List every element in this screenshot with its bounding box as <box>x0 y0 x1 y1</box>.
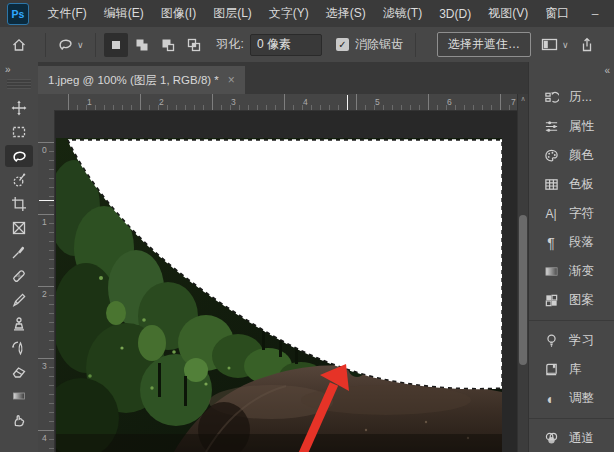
panel-item-label: 学习 <box>569 332 594 349</box>
intersect-selection-mode-button[interactable] <box>182 33 206 57</box>
select-and-mask-button[interactable]: 选择并遮住… <box>437 32 531 57</box>
vertical-ruler[interactable]: 0 1 2 3 4 <box>38 110 55 452</box>
panel-item-paragraph[interactable]: ¶ 段落 <box>529 228 614 257</box>
menu-edit[interactable]: 编辑(E) <box>95 0 152 27</box>
subtract-from-selection-mode-button[interactable] <box>156 33 180 57</box>
h-ruler-label: 2 <box>159 97 164 107</box>
history-icon <box>542 90 560 106</box>
h-ruler-label: 5 <box>375 97 380 107</box>
toolbox-expand-icon[interactable]: » <box>0 62 10 75</box>
panel-item-patterns[interactable]: 图案 <box>529 286 614 315</box>
h-ruler-label: 1 <box>87 97 92 107</box>
panel-item-label: 调整 <box>569 390 594 407</box>
canvas-area[interactable]: 1 2 3 4 5 6 7 0 1 2 3 4 <box>38 94 528 452</box>
swatches-icon <box>542 177 560 193</box>
feather-input[interactable]: 0 像素 <box>250 34 322 56</box>
document-image[interactable] <box>56 138 502 452</box>
minimize-button[interactable]: – <box>578 0 613 27</box>
toolbox-grip-handle[interactable] <box>7 79 31 89</box>
panel-group-divider <box>529 320 614 321</box>
scroll-up-icon[interactable]: ∧ <box>518 95 528 103</box>
add-to-selection-mode-button[interactable] <box>130 33 154 57</box>
panel-item-adjustments[interactable]: ◐ 调整 <box>529 384 614 413</box>
gradient-tool[interactable] <box>5 385 33 407</box>
v-ruler-label: 0 <box>42 145 47 155</box>
crop-tool[interactable] <box>5 193 33 215</box>
libraries-icon <box>542 362 560 378</box>
panel-item-label: 渐变 <box>569 263 594 280</box>
panel-item-channels[interactable]: 通道 <box>529 424 614 452</box>
panel-item-label: 字符 <box>569 205 594 222</box>
channels-icon <box>542 431 560 447</box>
h-ruler-label: 6 <box>447 97 452 107</box>
document-tab-strip: 1.jpeg @ 100% (图层 1, RGB/8) * × <box>38 62 528 95</box>
share-icon[interactable] <box>579 37 595 53</box>
panel-dock: « 历... 属性 颜色 <box>528 62 614 452</box>
cursor-position-marker <box>39 200 54 201</box>
panel-item-libraries[interactable]: 库 <box>529 355 614 384</box>
eyedropper-tool[interactable] <box>5 241 33 263</box>
panel-item-label: 通道 <box>569 430 594 447</box>
menu-3d[interactable]: 3D(D) <box>431 0 480 27</box>
tab-close-icon[interactable]: × <box>228 73 235 87</box>
divider <box>45 33 46 57</box>
panel-item-character[interactable]: A| 字符 <box>529 199 614 228</box>
panel-item-label: 色板 <box>569 176 594 193</box>
menu-type[interactable]: 文字(Y) <box>260 0 317 27</box>
panel-item-properties[interactable]: 属性 <box>529 112 614 141</box>
vertical-scrollbar[interactable]: ∧ <box>517 94 528 452</box>
gradient-icon <box>542 264 560 280</box>
patterns-icon <box>542 293 560 309</box>
brush-tool[interactable] <box>5 289 33 311</box>
document-tab-title: 1.jpeg @ 100% (图层 1, RGB/8) * <box>48 73 219 88</box>
chevron-down-icon[interactable]: ∨ <box>562 40 569 50</box>
color-icon <box>542 148 560 164</box>
panel-item-label: 段落 <box>569 234 594 251</box>
feather-label: 羽化: <box>217 36 244 53</box>
clone-stamp-tool[interactable] <box>5 313 33 335</box>
divider <box>95 33 96 57</box>
panel-item-history[interactable]: 历... <box>529 83 614 112</box>
chevron-down-icon[interactable]: ∨ <box>77 40 84 50</box>
menu-view[interactable]: 视图(V) <box>480 0 537 27</box>
menu-image[interactable]: 图像(I) <box>152 0 204 27</box>
menu-select[interactable]: 选择(S) <box>317 0 374 27</box>
panel-item-gradients[interactable]: 渐变 <box>529 257 614 286</box>
history-brush-tool[interactable] <box>5 337 33 359</box>
panel-item-learn[interactable]: 学习 <box>529 326 614 355</box>
paragraph-icon: ¶ <box>542 235 560 251</box>
marquee-tool[interactable] <box>5 121 33 143</box>
v-ruler-label: 1 <box>42 217 47 227</box>
v-ruler-label: 2 <box>42 289 47 299</box>
home-button[interactable] <box>0 37 38 53</box>
options-panel-toggle-icon[interactable] <box>541 37 558 52</box>
smudge-tool[interactable] <box>5 409 33 431</box>
panel-item-color[interactable]: 颜色 <box>529 141 614 170</box>
frame-tool[interactable] <box>5 217 33 239</box>
move-tool[interactable] <box>5 97 33 119</box>
panel-collapse-icon[interactable]: « <box>604 65 609 76</box>
v-ruler-label: 3 <box>42 361 47 371</box>
menu-bar: Ps 文件(F) 编辑(E) 图像(I) 图层(L) 文字(Y) 选择(S) 滤… <box>0 0 614 28</box>
panel-item-label: 属性 <box>569 118 594 135</box>
menu-layer[interactable]: 图层(L) <box>205 0 261 27</box>
lasso-tool[interactable] <box>5 145 33 167</box>
quick-selection-tool[interactable] <box>5 169 33 191</box>
panel-item-label: 图案 <box>569 292 594 309</box>
healing-brush-tool[interactable] <box>5 265 33 287</box>
document-tab[interactable]: 1.jpeg @ 100% (图层 1, RGB/8) * × <box>38 66 245 94</box>
scrollbar-thumb[interactable] <box>519 215 527 365</box>
ruler-origin-box[interactable] <box>38 94 55 111</box>
eraser-tool[interactable] <box>5 361 33 383</box>
h-ruler-label: 7 <box>511 97 516 107</box>
menu-file[interactable]: 文件(F) <box>39 0 95 27</box>
horizontal-ruler[interactable]: 1 2 3 4 5 6 7 <box>54 94 518 111</box>
character-icon: A| <box>542 206 560 222</box>
menu-window[interactable]: 窗口 <box>537 0 578 27</box>
panel-item-label: 颜色 <box>569 147 594 164</box>
lasso-tool-preset[interactable]: ∨ <box>53 36 88 53</box>
menu-filter[interactable]: 滤镜(T) <box>374 0 430 27</box>
antialias-checkbox[interactable]: ✓ <box>336 38 349 51</box>
panel-item-swatches[interactable]: 色板 <box>529 170 614 199</box>
new-selection-mode-button[interactable] <box>104 33 128 57</box>
